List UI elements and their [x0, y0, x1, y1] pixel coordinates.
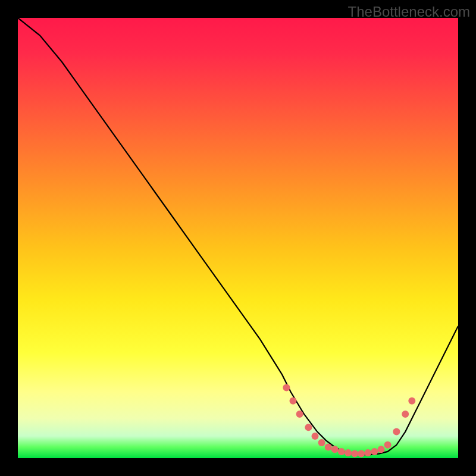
marker-dot: [358, 450, 365, 458]
marker-dot: [312, 433, 319, 440]
marker-dot: [351, 450, 358, 458]
marker-dot: [296, 411, 303, 418]
main-curve: [18, 18, 458, 455]
marker-dot: [371, 448, 378, 455]
plot-area: [18, 18, 458, 458]
marker-dot: [283, 384, 290, 392]
marker-dot: [402, 411, 409, 418]
marker-dot: [305, 424, 312, 431]
chart-svg: [18, 18, 458, 458]
marker-dot: [364, 449, 371, 456]
marker-dot: [345, 449, 352, 456]
marker-dot: [318, 439, 325, 446]
marker-dot: [331, 446, 339, 453]
marker-dot: [290, 397, 297, 405]
marker-dot: [393, 428, 400, 436]
marker-dot: [325, 444, 332, 451]
marker-dot: [384, 441, 392, 449]
watermark-text: TheBottleneck.com: [348, 4, 470, 20]
marker-dot: [338, 448, 345, 455]
marker-dot: [378, 446, 385, 453]
marker-dot: [408, 397, 415, 405]
